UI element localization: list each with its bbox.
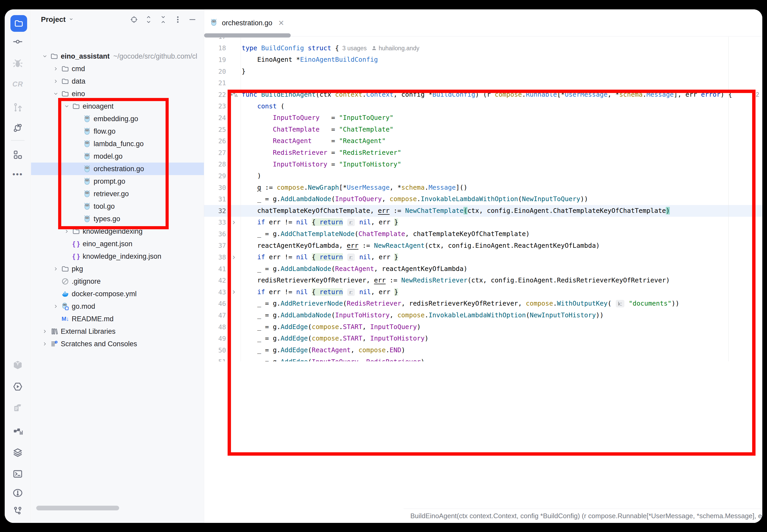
fold-collapsed-icon[interactable] — [226, 289, 242, 295]
run-anything-icon[interactable] — [12, 381, 23, 392]
code-line-33[interactable]: 33 if err != nil { return r: nil, err } — [204, 217, 762, 228]
tree-item-prompt-go[interactable]: prompt.go — [31, 175, 204, 188]
code-line-18[interactable]: 18 type BuildConfig struct { 3 usageshuh… — [204, 42, 762, 54]
code-line-51[interactable]: 51 _ = g.AddEdge(InputToQuery, RedisRetr… — [204, 356, 762, 361]
tree-item-cmd[interactable]: cmd — [31, 63, 204, 75]
tree-item-eino-assistant[interactable]: eino_assistant~/gocode/src/github.com/cl — [31, 50, 204, 63]
code-line-38[interactable]: 38 if err != nil { return r: nil, err } — [204, 251, 762, 263]
project-horizontal-scrollbar[interactable] — [36, 506, 119, 510]
json-icon: { } — [72, 239, 81, 248]
chevron-collapsed-icon[interactable] — [41, 327, 49, 335]
code-line-42[interactable]: 42 redisRetrieverKeyOfRetriever, err := … — [204, 275, 762, 286]
tree-item-data[interactable]: data — [31, 75, 204, 88]
code-line-36[interactable]: 36 _ = g.AddChatTemplateNode(ChatTemplat… — [204, 228, 762, 240]
hide-panel-icon[interactable] — [188, 15, 196, 24]
code-line-49[interactable]: 49 _ = g.AddEdge(compose.START, InputToH… — [204, 333, 762, 344]
code-line-30[interactable]: 30 g := compose.NewGraph[*UserMessage, *… — [204, 182, 762, 194]
profiler-icon[interactable] — [12, 425, 23, 436]
fold-collapsed-icon[interactable] — [226, 219, 242, 226]
code-line-37[interactable]: 37 reactAgentKeyOfLambda, err := NewReac… — [204, 240, 762, 252]
options-kebab-icon[interactable] — [174, 15, 182, 24]
code-line-20[interactable]: 20 } — [204, 66, 762, 77]
project-panel: Project eino_assistant~/gocode/src/githu… — [31, 9, 204, 523]
chevron-collapsed-icon[interactable] — [63, 227, 71, 235]
chevron-expanded-icon[interactable] — [41, 52, 49, 60]
tree-item-label: knowledge_indexing.json — [83, 252, 161, 261]
code-review-icon[interactable]: CR — [12, 78, 23, 90]
tree-item-lambda-func-go[interactable]: lambda_func.go — [31, 138, 204, 150]
terminal-icon[interactable] — [12, 468, 23, 480]
chevron-collapsed-icon[interactable] — [52, 265, 60, 273]
code-line-47[interactable]: 47 _ = g.AddLambdaNode(InputToHistory, c… — [204, 310, 762, 321]
code-line-27[interactable]: 27 RedisRetriever = "RedisRetriever" — [204, 147, 762, 159]
documentation-icon[interactable] — [12, 402, 23, 413]
tree-item--gitignore[interactable]: .gitignore — [31, 275, 204, 288]
services-icon[interactable] — [12, 447, 23, 458]
tab-close-icon[interactable]: ✕ — [278, 19, 284, 27]
tree-item-embedding-go[interactable]: embedding.go — [31, 113, 204, 125]
code-line-26[interactable]: 26 ReactAgent = "ReactAgent" — [204, 135, 762, 147]
fold-collapsed-icon[interactable] — [226, 254, 242, 261]
tree-item-knowledge-indexing-json[interactable]: { }knowledge_indexing.json — [31, 250, 204, 263]
project-folder-icon[interactable] — [10, 15, 27, 32]
code-line-50[interactable]: 50 _ = g.AddEdge(ReactAgent, compose.END… — [204, 344, 762, 356]
chevron-collapsed-icon[interactable] — [52, 77, 60, 85]
locate-icon[interactable] — [130, 15, 138, 24]
expand-all-icon[interactable] — [144, 15, 153, 24]
code-line-28[interactable]: 28 InputToHistory = "InputToHistory" — [204, 159, 762, 170]
tree-item-label: flow.go — [94, 127, 115, 135]
more-icon[interactable]: ••• — [12, 169, 23, 180]
code-line-48[interactable]: 48 _ = g.AddEdge(compose.START, InputToQ… — [204, 321, 762, 333]
project-panel-title[interactable]: Project — [41, 15, 66, 24]
code-line-32[interactable]: 32 chatTemplateKeyOfChatTemplate, err :=… — [204, 205, 762, 217]
folder-icon — [72, 227, 81, 236]
tree-item-go-mod[interactable]: go.mod — [31, 300, 204, 313]
code-line-17[interactable]: 17 — [204, 37, 762, 42]
debug-icon[interactable] — [12, 58, 23, 69]
chevron-collapsed-icon[interactable] — [41, 340, 49, 348]
code-line-41[interactable]: 41 _ = g.AddLambdaNode(ReactAgent, react… — [204, 263, 762, 275]
tree-item-scratches-and-consoles[interactable]: Scratches and Consoles — [31, 338, 204, 350]
tree-item-model-go[interactable]: model.go — [31, 150, 204, 163]
tree-item-external-libraries[interactable]: External Libraries — [31, 325, 204, 338]
collapse-all-icon[interactable] — [159, 15, 167, 24]
folder-icon — [61, 89, 70, 98]
chevron-expanded-icon[interactable] — [52, 90, 60, 98]
git-graph-icon[interactable] — [12, 122, 23, 134]
tree-item-tool-go[interactable]: tool.go — [31, 200, 204, 213]
code-line-24[interactable]: 24 InputToQuery = "InputToQuery" — [204, 112, 762, 124]
chevron-expanded-icon[interactable] — [63, 102, 71, 110]
code-line-19[interactable]: 19 EinoAgent *EinoAgentBuildConfig — [204, 54, 762, 66]
commit-icon[interactable] — [12, 36, 23, 47]
tree-item-types-go[interactable]: types.go — [31, 213, 204, 225]
tree-item-eino[interactable]: eino — [31, 88, 204, 100]
chevron-collapsed-icon[interactable] — [52, 65, 60, 73]
code-line-25[interactable]: 25 ChatTemplate = "ChatTemplate" — [204, 124, 762, 135]
version-control-icon[interactable] — [12, 505, 23, 517]
gopher-icon — [83, 189, 91, 198]
tree-item-flow-go[interactable]: flow.go — [31, 125, 204, 138]
structure-icon[interactable] — [12, 149, 23, 160]
tree-item-knowledgeindexing[interactable]: knowledgeindexing — [31, 225, 204, 238]
code-line-46[interactable]: 46 _ = g.AddRetrieverNode(RedisRetriever… — [204, 298, 762, 310]
pull-request-icon[interactable] — [12, 102, 23, 113]
tab-scrollbar-thumb[interactable] — [204, 33, 291, 38]
chevron-collapsed-icon[interactable] — [52, 302, 60, 310]
problems-icon[interactable] — [12, 487, 23, 499]
dependencies-icon[interactable] — [12, 359, 23, 371]
tab-orchestration-go[interactable]: orchestration.go ✕ — [210, 9, 284, 36]
code-line-43[interactable]: 43 if err != nil { return r: nil, err } — [204, 286, 762, 298]
code-line-29[interactable]: 29 ) — [204, 170, 762, 182]
code-line-31[interactable]: 31 _ = g.AddLambdaNode(InputToQuery, com… — [204, 193, 762, 205]
code-line-22[interactable]: 22 func BuildEinoAgent(ctx context.Conte… — [204, 89, 762, 101]
tree-item-retriever-go[interactable]: retriever.go — [31, 188, 204, 200]
tree-item-einoagent[interactable]: einoagent — [31, 100, 204, 113]
tree-item-eino-agent-json[interactable]: { }eino_agent.json — [31, 238, 204, 250]
code-line-21[interactable]: 21 — [204, 77, 762, 89]
code-line-23[interactable]: 23 const ( — [204, 101, 762, 112]
code-viewport[interactable]: 17 18 type BuildConfig struct { 3 usages… — [204, 37, 762, 361]
tree-item-readme-md[interactable]: M↓README.md — [31, 313, 204, 325]
tree-item-orchestration-go[interactable]: orchestration.go — [31, 163, 204, 175]
tree-item-docker-compose-yml[interactable]: docker-compose.yml — [31, 288, 204, 300]
tree-item-pkg[interactable]: pkg — [31, 263, 204, 275]
